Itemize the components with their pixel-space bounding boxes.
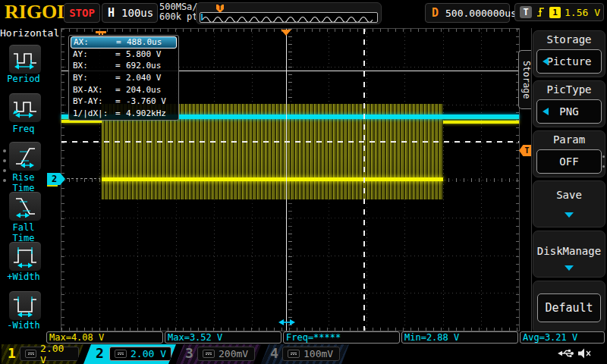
default-button[interactable]: Default bbox=[537, 293, 601, 322]
cursor-label: BX-AX: bbox=[73, 85, 115, 95]
run-state-indicator[interactable]: STOP bbox=[64, 3, 100, 23]
period-label: Period bbox=[0, 74, 47, 84]
cursor-value: -3.760 V bbox=[126, 96, 175, 106]
rise-time-button[interactable] bbox=[8, 141, 42, 171]
plus-width-label: +Width bbox=[0, 271, 47, 282]
preview-window-bar bbox=[201, 14, 203, 20]
freq-label: Freq bbox=[0, 124, 47, 134]
menu-item-label: Save bbox=[533, 189, 605, 201]
chevron-down-icon bbox=[565, 265, 574, 271]
coupling-icon bbox=[115, 350, 127, 358]
freq-button[interactable] bbox=[8, 93, 42, 123]
cursor-value: 5.800 V bbox=[126, 49, 175, 59]
cursor-row-ax: AX: = 488.0us bbox=[71, 36, 177, 49]
plus-width-button[interactable] bbox=[8, 241, 42, 271]
ch1-trace-right bbox=[443, 121, 519, 124]
trigger-source-chip: 1 bbox=[549, 7, 561, 18]
measurement-slot-4[interactable]: Min=2.88 V bbox=[401, 331, 518, 344]
measurement-slot-3[interactable]: Freq=***** bbox=[283, 331, 400, 344]
menu-page-dot bbox=[3, 179, 6, 182]
channel-3-indicator[interactable]: 3 200mV bbox=[176, 344, 261, 364]
trigger-position-marker-icon[interactable] bbox=[281, 30, 291, 36]
channel-scale: 2.00 V bbox=[40, 343, 74, 364]
oscilloscope-screen: RIGOL STOP H 100us 500MSa/s 600k pts T D… bbox=[0, 0, 607, 364]
menu-page-dot bbox=[3, 159, 6, 162]
cursor-row-freq: 1/|dX|: = 4.902kHz bbox=[71, 108, 177, 120]
edge-ticks bbox=[61, 328, 519, 331]
measurement-slot-5[interactable]: Avg=3.21 V bbox=[520, 331, 605, 344]
cursor-bx-line[interactable] bbox=[363, 29, 365, 331]
minus-width-button[interactable] bbox=[8, 290, 42, 321]
fall-time-label: Fall Time bbox=[0, 222, 47, 243]
menu-item-pictype[interactable]: PicType PNG bbox=[533, 80, 605, 127]
channel-4-indicator[interactable]: 4 100mV bbox=[261, 344, 349, 364]
menu-item-default[interactable]: Default bbox=[533, 281, 605, 334]
chevron-left-icon bbox=[543, 58, 549, 65]
rise-time-label: Rise Time bbox=[0, 172, 47, 193]
cursor-label: BY: bbox=[73, 73, 115, 83]
menu-item-label: Storage bbox=[533, 33, 605, 46]
chevron-left-icon bbox=[543, 108, 549, 115]
cursor-value: 204.0us bbox=[126, 85, 175, 95]
chevron-down-icon bbox=[565, 212, 574, 218]
menu-item-storage[interactable]: Storage Picture bbox=[533, 30, 605, 77]
menu-item-diskmanage[interactable]: DiskManage bbox=[533, 231, 605, 278]
cursor-label: 1/|dX|: bbox=[73, 108, 115, 118]
waveform-preview[interactable]: T bbox=[196, 2, 382, 24]
measurement-slot-1[interactable]: Max=4.08 V bbox=[46, 331, 163, 344]
trigger-info-box: T 1 1.56 V bbox=[514, 3, 604, 21]
trigger-level-value: 1.56 V bbox=[565, 7, 600, 18]
rising-edge-icon bbox=[536, 6, 546, 18]
ch2-position-dashed-line bbox=[67, 178, 100, 179]
menu-item-label: PicType bbox=[533, 83, 605, 96]
left-menu-title: Horizontal bbox=[0, 27, 47, 39]
menu-item-value[interactable]: PNG bbox=[536, 99, 602, 124]
cursor-drag-arrow-icon bbox=[278, 318, 296, 327]
delay-value: 500.000000us bbox=[445, 8, 517, 19]
coupling-icon bbox=[203, 350, 215, 358]
cursor-by-line[interactable] bbox=[61, 141, 519, 143]
minus-width-icon bbox=[11, 294, 39, 317]
cursor-eq: = bbox=[115, 61, 126, 71]
menu-item-label: Param bbox=[533, 133, 605, 146]
measurement-slot-2[interactable]: Max=3.52 V bbox=[165, 331, 281, 344]
menu-page-dot bbox=[602, 155, 605, 158]
menu-value-text: PNG bbox=[559, 105, 578, 118]
cursor-row-bx: BX: = 692.0us bbox=[71, 60, 177, 72]
rise-time-icon bbox=[11, 145, 39, 168]
trigger-delay-box: D 500.000000us bbox=[425, 3, 510, 23]
plus-width-icon bbox=[11, 245, 39, 268]
period-icon bbox=[11, 48, 39, 71]
trigger-level-marker[interactable]: T bbox=[519, 145, 532, 156]
speaker-muted-icon bbox=[577, 347, 592, 359]
menu-item-save[interactable]: Save bbox=[533, 180, 605, 228]
channel-2-indicator[interactable]: 2 2.00 V bbox=[83, 344, 176, 364]
cursor-eq: = bbox=[116, 37, 127, 47]
channel-1-indicator[interactable]: 1 2.00 V bbox=[2, 344, 83, 364]
menu-page-dot bbox=[602, 165, 605, 168]
coupling-icon bbox=[25, 350, 36, 358]
cursor-label: BX: bbox=[73, 61, 115, 71]
channel-number: 1 bbox=[8, 345, 16, 361]
menu-item-label: DiskManage bbox=[533, 245, 605, 257]
menu-item-param[interactable]: Param OFF bbox=[533, 130, 605, 177]
rigol-logo: RIGOL bbox=[5, 1, 71, 24]
usb-icon bbox=[557, 348, 575, 359]
cursor-ax-line[interactable] bbox=[286, 29, 287, 331]
channel-bar: 1 2.00 V 2 2.00 V 3 200mV 4 100mV bbox=[0, 344, 607, 364]
right-menu-separator bbox=[531, 28, 532, 344]
menu-item-value[interactable]: OFF bbox=[536, 149, 602, 174]
cursor-label: AY: bbox=[73, 49, 115, 59]
fall-time-icon bbox=[11, 195, 39, 218]
cursor-label: AX: bbox=[74, 37, 116, 47]
menu-value-text: Picture bbox=[546, 55, 591, 67]
right-menu-tab-storage[interactable]: Storage bbox=[518, 50, 532, 109]
cursor-eq: = bbox=[115, 49, 126, 59]
cursor-value: 488.0us bbox=[127, 37, 174, 47]
menu-item-value[interactable]: Picture bbox=[536, 49, 602, 74]
fall-time-button[interactable] bbox=[8, 191, 42, 221]
cursor-row-byay: BY-AY: = -3.760 V bbox=[71, 96, 177, 108]
period-button[interactable] bbox=[8, 44, 42, 74]
cursor-value: 2.040 V bbox=[126, 73, 175, 83]
coupling-icon bbox=[288, 350, 300, 358]
